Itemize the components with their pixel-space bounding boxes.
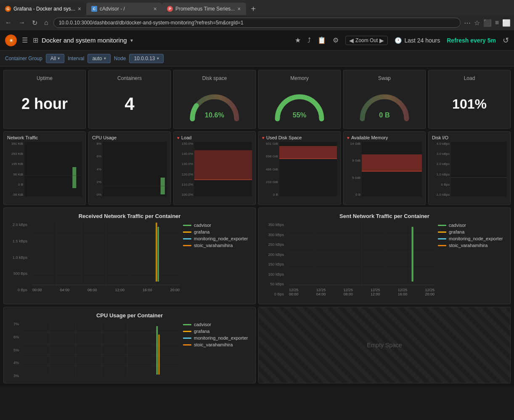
browser-tab-1[interactable]: G Grafana - Docker and sys... × [0, 3, 86, 15]
empty-space-label: Empty Space [367, 342, 402, 348]
zoom-left-icon[interactable]: ◀ [349, 37, 354, 44]
bookmark-icon[interactable]: ☆ [474, 19, 480, 27]
sent-legend-stoic: stoic_varahamihira [438, 243, 505, 248]
browser-addressbar: ← → ↻ ⌂ ⋯ ☆ ⬛ ≡ ⬜ [0, 15, 514, 30]
tab3-favicon: P [167, 6, 173, 12]
load-panel: Load 101% [428, 70, 511, 129]
sent-legend-node-exporter: monitoring_node_exporter [438, 236, 505, 241]
star-icon[interactable]: ★ [295, 36, 301, 44]
svg-rect-13 [362, 154, 422, 171]
browser-tab-2[interactable]: C cAdvisor - / × [86, 3, 162, 15]
node-button[interactable]: 10.0.0.13 ▾ [129, 54, 163, 63]
share-icon[interactable]: ⤴ [307, 37, 311, 44]
dashboard-grid-icon: ⊞ [33, 36, 38, 44]
cpu-legend-stoic: stoic_varahamihira [183, 342, 250, 347]
zoom-right-icon[interactable]: ▶ [379, 37, 384, 44]
load-chart-panel: ♥ Load 150.0% 140.0% 130.0% 120.0% 110.0… [173, 131, 256, 205]
cpu-per-container-legend: cadvisor grafana monitoring_node_exporte… [183, 322, 250, 378]
address-bar[interactable] [53, 18, 461, 28]
menu-bars-icon[interactable]: ≡ [495, 19, 499, 27]
reload-button[interactable]: ↻ [30, 18, 39, 28]
svg-rect-9 [194, 150, 252, 180]
grafana-logo[interactable]: ☀ [5, 35, 17, 46]
dashboard-title-area[interactable]: ⊞ Docker and system monitoring ▾ [33, 36, 133, 44]
refresh-icon[interactable]: ↺ [503, 36, 509, 45]
hamburger-icon[interactable]: ☰ [22, 36, 28, 44]
available-memory-panel: ♥ Available Memory 14 GiB 9 GiB 5 GiB 0 … [343, 131, 426, 205]
all-dropdown-icon: ▾ [58, 56, 60, 61]
used-disk-panel: ♥ Used Disk Space 931 GiB 698 GiB 466 Gi… [258, 131, 341, 205]
disk-space-panel: Disk space 10.6% [173, 70, 256, 129]
svg-rect-40 [412, 227, 413, 282]
swap-title: Swap [378, 75, 391, 81]
containers-panel: Containers 4 [88, 70, 171, 129]
filter-bar: Container Group All ▾ Interval auto ▾ No… [0, 51, 514, 66]
time-range-label: Last 24 hours [404, 37, 440, 44]
all-filter-button[interactable]: All ▾ [46, 54, 64, 63]
disk-space-title: Disk space [202, 75, 227, 81]
empty-space-panel: Empty Space [258, 307, 511, 383]
memory-gauge: 55% [264, 85, 335, 123]
forward-button[interactable]: → [17, 18, 27, 27]
cpu-per-container-panel: CPU Usage per Container 7% 6% 5% 4% 3% [3, 307, 256, 383]
received-traffic-panel: Received Network Traffic per Container 2… [3, 207, 256, 304]
heart-icon-load: ♥ [177, 136, 180, 140]
sent-traffic-area: 350 kBps 300 kBps 250 kBps 200 kBps 150 … [264, 223, 505, 296]
interval-label: Interval [68, 56, 84, 61]
available-memory-title: ♥ Available Memory [347, 135, 422, 140]
load-chart-title: ♥ Load [177, 135, 252, 140]
interval-button[interactable]: auto ▾ [87, 54, 110, 63]
received-traffic-chart: 00:00 04:00 08:00 12:00 16:00 20:00 [32, 223, 180, 292]
back-button[interactable]: ← [3, 18, 13, 27]
snapshot-icon[interactable]: 📋 [318, 36, 326, 44]
bottom-panels-row: CPU Usage per Container 7% 6% 5% 4% 3% [3, 307, 511, 383]
node-dropdown-icon: ▾ [157, 56, 159, 61]
received-traffic-title: Received Network Traffic per Container [9, 213, 250, 219]
svg-rect-52 [158, 335, 160, 375]
legend-color-cadvisor [183, 225, 191, 226]
clock-icon: 🕐 [395, 37, 402, 44]
legend-color-node-exporter [183, 238, 191, 239]
load-value: 101% [452, 96, 487, 112]
tab1-title: Grafana - Docker and sys... [13, 6, 75, 12]
cpu-usage-chart [103, 142, 167, 197]
received-traffic-legend: cadvisor grafana monitoring_node_exporte… [183, 223, 250, 292]
menu-icon[interactable]: ⋯ [464, 19, 471, 27]
large-chart-panels-row: Received Network Traffic per Container 2… [3, 207, 511, 304]
used-disk-chart [279, 142, 337, 197]
container-group-label: Container Group [5, 56, 42, 61]
cpu-per-container-title: CPU Usage per Container [9, 312, 250, 319]
load-title: Load [464, 75, 475, 81]
tab3-close[interactable]: × [237, 5, 241, 12]
time-range[interactable]: 🕐 Last 24 hours [395, 37, 440, 44]
network-traffic-chart [24, 142, 82, 197]
disk-io-title: Disk I/O [432, 135, 507, 140]
svg-rect-26 [158, 227, 159, 282]
disk-space-gauge: 10.6% [179, 85, 250, 123]
zoom-out-label[interactable]: Zoom Out [355, 37, 378, 43]
tab1-close[interactable]: × [78, 5, 81, 12]
received-traffic-area: 2.0 kBps 1.5 kBps 1.0 kBps 500 Bps 0 Bps [9, 223, 250, 292]
settings-icon[interactable]: ⚙ [333, 36, 339, 44]
cpu-usage-panel: CPU Usage 8% 6% 4% 2% 0% [88, 131, 171, 205]
sent-legend-grafana: grafana [438, 229, 505, 234]
tab2-close[interactable]: × [154, 5, 157, 12]
app-bar: ☀ ☰ ⊞ Docker and system monitoring ▾ ★ ⤴… [0, 30, 514, 51]
sent-traffic-x-labels: 12/2500:00 12/2504:00 12/2508:00 12/2512… [289, 288, 435, 296]
cpu-per-container-chart [24, 322, 180, 378]
extensions-icon[interactable]: ⬛ [483, 19, 492, 27]
disk-io-chart [451, 142, 507, 197]
browser-tab-3[interactable]: P Prometheus Time Series... × [162, 3, 246, 15]
refresh-label[interactable]: Refresh every 5m [447, 37, 496, 44]
cpu-legend-grafana: grafana [183, 329, 250, 334]
new-tab-button[interactable]: + [246, 3, 261, 15]
interval-dropdown-icon: ▾ [104, 56, 106, 61]
heart-icon-memory: ♥ [347, 136, 350, 140]
legend-item-grafana: grafana [183, 229, 250, 234]
tab2-favicon: C [91, 6, 97, 12]
home-button[interactable]: ⌂ [42, 18, 50, 27]
cpu-legend-node-exporter: monitoring_node_exporter [183, 335, 250, 340]
window-icon[interactable]: ⬜ [502, 19, 511, 27]
uptime-title: Uptime [37, 75, 53, 81]
memory-panel: Memory 55% [258, 70, 341, 129]
